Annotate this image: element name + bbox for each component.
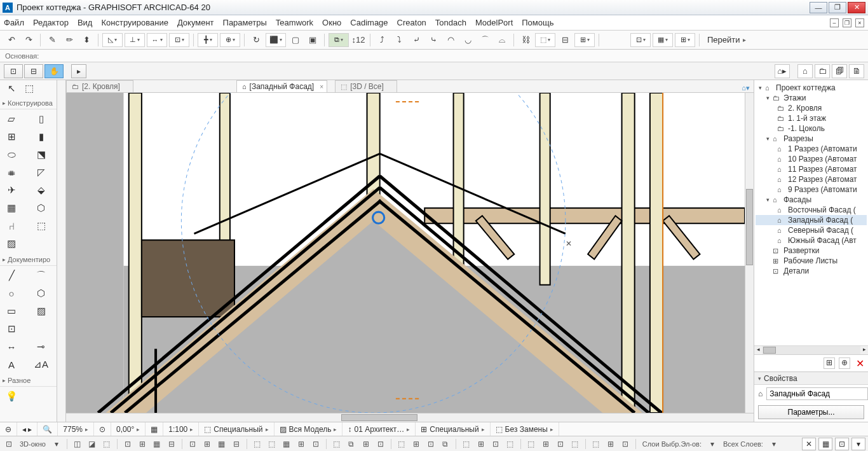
flip-dropdown[interactable]: ⬛ [266,33,286,47]
i14[interactable]: ⬚ [330,438,343,450]
snap-node-dropdown[interactable]: ⊡ [169,33,189,47]
menu-design[interactable]: Конструирование [101,18,168,27]
vertical-scrollbar[interactable] [745,93,754,413]
shell-tool[interactable]: ✈ [3,183,20,197]
nav-tab3-button[interactable]: 🗐 [832,64,847,78]
trace-dropdown[interactable]: ⧉ [329,33,349,47]
i29[interactable]: ⬚ [569,438,581,450]
tree-elevations[interactable]: ▾⌂Фасады [756,195,867,205]
menu-help[interactable]: Помощь [522,18,553,27]
arrow-tool[interactable]: ↖ [3,81,20,95]
view-name-input[interactable] [766,387,868,400]
i13[interactable]: ⊡ [309,438,322,450]
doc-restore-button[interactable]: ❐ [843,18,851,27]
nav-home-button[interactable]: ⌂▸ [775,64,790,78]
menu-view[interactable]: Вид [78,18,93,27]
morph-tool[interactable]: ⬡ [32,201,50,215]
redo-button[interactable]: ↷ [21,33,36,47]
line-tool[interactable]: ╱ [3,268,20,282]
menu-tondach[interactable]: Tondach [435,18,466,27]
zoom-history-button[interactable]: ◂ ▸ [17,422,37,436]
combo4[interactable]: ⊞ Специальный▸ [416,422,490,436]
arc3-button[interactable]: ⌒ [477,33,492,47]
menu-window[interactable]: Окно [322,18,341,27]
link-button[interactable]: ⛓ [518,33,533,47]
tree-stories[interactable]: ▾🗀Этажи [756,93,867,103]
tree-elevation-item[interactable]: ⌂Южный Фасад (Авт [756,235,867,246]
layers-all-dd[interactable]: ▾ [768,438,780,450]
zoom-out-button[interactable]: ⊖ [0,422,17,436]
toolbox-section-more[interactable]: Разное [0,374,57,387]
circle-tool[interactable]: ○ [3,286,20,300]
lamp-tool[interactable] [32,237,50,251]
elevation-tool[interactable] [32,322,50,336]
arc4-button[interactable]: ⌓ [494,33,510,47]
i32[interactable]: ⊡ [619,438,632,450]
syringe-button[interactable]: ⬍ [79,33,94,47]
toolbox-section-document[interactable]: Документиро [0,253,57,266]
tree-section-item[interactable]: ⌂10 Разрез (Автомат [756,154,867,164]
scale-button[interactable]: ▦ [146,422,163,436]
view2-dropdown[interactable]: ▦ [653,33,673,47]
menu-file[interactable]: Файл [4,18,24,27]
tree-interior[interactable]: ⊡Развертки [756,246,867,256]
snap-angle-dropdown[interactable]: ◺ [102,33,123,47]
door-tool[interactable]: ▯ [32,112,50,126]
gravity-dropdown[interactable]: ⊕ [220,33,240,47]
angle-button[interactable]: ⊙ [94,422,111,436]
mirror-button[interactable]: ▢ [288,33,303,47]
object-tool[interactable]: ⑁ [3,219,20,233]
angle-value[interactable]: 0,00°▸ [111,422,146,436]
drawing-canvas[interactable]: ✕ [66,93,745,413]
roof-tool[interactable]: ◸ [32,165,50,179]
mode-crop-button[interactable]: ⊟ [24,64,43,78]
nav-tab2-button[interactable]: 🗀 [815,64,830,78]
menu-teamwork[interactable]: Teamwork [276,18,313,27]
tree-section-item[interactable]: ⌂12 Разрез (Автомат [756,174,867,184]
i21[interactable]: ⧉ [439,438,452,450]
explode-dropdown[interactable]: ⬚ [535,33,555,47]
tree-scroll-left[interactable]: ◂ [754,346,762,354]
dimension-tool[interactable]: ↔ [3,340,20,354]
layers-sel-dd[interactable]: ▾ [706,438,719,450]
merge-dropdown[interactable]: ⊞ [574,33,595,47]
tree-elevation-item[interactable]: ⌂Восточный Фасад ( [756,205,867,215]
tree-section-item[interactable]: ⌂9 Разрез (Автомати [756,184,867,195]
i31[interactable]: ⊞ [604,438,617,450]
label-tool[interactable]: ⊿A [32,357,50,371]
i19[interactable]: ⊞ [410,438,423,450]
inject-button[interactable]: ✏ [62,33,77,47]
tree-story-item[interactable]: 🗀2. Кровля [756,103,867,113]
grid-dropdown[interactable]: ╋ [198,33,218,47]
tree-scroll-right[interactable]: ▸ [860,346,868,354]
mode-marquee-button[interactable]: ⊡ [4,64,23,78]
tree-root[interactable]: ▾⌂Проект коттеджа [756,83,867,93]
i1[interactable]: ⊡ [121,438,134,450]
slab-tool[interactable]: ⬔ [32,148,50,162]
combo5[interactable]: ⬚ Без Замены▸ [491,422,559,436]
curve4-button[interactable]: ⤷ [426,33,441,47]
settings-button[interactable]: Параметры... [758,405,864,419]
stair-tool[interactable]: ⩩ [3,165,20,179]
tree-details[interactable]: ⊡Детали [756,266,867,276]
undo-button[interactable]: ↶ [4,33,19,47]
arc1-button[interactable]: ◠ [443,33,458,47]
i10[interactable]: ⬚ [266,438,278,450]
view3d-button[interactable]: ⊡ [3,438,15,450]
curve3-button[interactable]: ⤶ [409,33,424,47]
scale-value[interactable]: 1:100▸ [163,422,199,436]
i28[interactable]: ⊡ [554,438,567,450]
cube1-button[interactable]: ◫ [71,438,84,450]
mode-pan-button[interactable]: ✋ [44,64,64,78]
i2[interactable]: ⊞ [136,438,149,450]
i18[interactable]: ⬚ [395,438,408,450]
i26[interactable]: ⬚ [525,438,538,450]
nav-tab4-button[interactable]: 🗎 [849,64,864,78]
i24[interactable]: ⊡ [489,438,502,450]
minimize-button[interactable]: — [810,2,827,13]
goto-menu[interactable]: Перейти [703,35,750,45]
snap-perp-dropdown[interactable]: ⊥ [125,33,145,47]
r2-button[interactable]: ▦ [818,438,832,450]
i12[interactable]: ⊞ [295,438,308,450]
i8[interactable]: ⊟ [230,438,243,450]
